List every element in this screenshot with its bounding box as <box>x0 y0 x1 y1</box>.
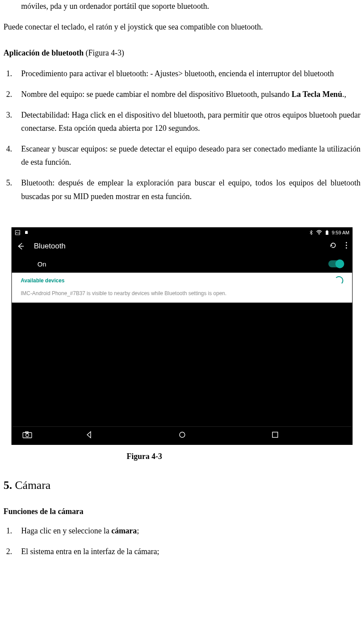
back-button[interactable] <box>16 242 25 250</box>
bluetooth-steps-list: Procedimiento para activar el bluetooth:… <box>4 67 360 203</box>
image-icon <box>15 229 21 236</box>
bluetooth-toggle[interactable] <box>328 260 343 267</box>
list-item: Detectabilidad: Haga click en el disposi… <box>14 108 360 135</box>
nav-recent-icon <box>272 431 279 438</box>
intro-line-1: móviles, pda y un ordenador portátil que… <box>4 0 360 13</box>
overflow-menu-button[interactable] <box>345 241 348 252</box>
nav-recent-button[interactable] <box>272 431 279 440</box>
more-vert-icon <box>345 241 348 249</box>
appbar-title: Bluetooth <box>34 242 329 251</box>
arrow-left-icon <box>17 242 25 250</box>
list-item: Haga clic en y seleccione la cámara; <box>14 524 360 538</box>
bluetooth-app-heading-bold: Aplicación de bluetooth <box>4 48 84 57</box>
svg-rect-11 <box>23 433 32 438</box>
figure-caption: Figura 4-3 <box>109 452 180 461</box>
list-item: El sistema entra en la interfaz de la cá… <box>14 545 360 559</box>
battery-icon <box>324 229 330 236</box>
list-item-text: Nombre del equipo: se puede cambiar el n… <box>21 90 291 99</box>
svg-point-5 <box>319 234 320 235</box>
list-item-text: ., <box>342 90 346 99</box>
list-item: Nombre del equipo: se puede cambiar el n… <box>14 88 360 101</box>
nav-back-icon <box>85 431 93 439</box>
bluetooth-on-row: On <box>12 255 352 273</box>
svg-rect-7 <box>327 230 327 231</box>
camera-icon <box>22 431 32 438</box>
available-devices-label: Available devices <box>21 278 65 284</box>
section-number: 5. <box>4 479 12 492</box>
list-item-text: Bluetooth: después de emplear la explora… <box>21 178 360 201</box>
svg-point-14 <box>180 432 185 437</box>
section-5-heading: 5. Cámara <box>4 479 360 492</box>
status-bar: 9:59 AM <box>12 228 352 237</box>
svg-rect-6 <box>326 231 328 235</box>
wifi-icon <box>316 229 322 236</box>
list-item-text: Haga clic en y seleccione la <box>21 526 111 535</box>
list-item-text: Detectabilidad: Haga click en el disposi… <box>21 111 360 133</box>
camera-functions-heading: Funciones de la cámara <box>4 505 360 518</box>
app-bar: Bluetooth <box>12 237 352 255</box>
svg-point-13 <box>26 433 29 437</box>
list-item-text: Procedimiento para activar el bluetooth:… <box>21 69 334 78</box>
list-item-text: Escanear y buscar equipos: se puede dete… <box>21 144 360 167</box>
camera-shortcut-button[interactable] <box>22 431 32 440</box>
list-item-text: El sistema entra en la interfaz de la cá… <box>21 547 159 556</box>
list-item-bold: cámara <box>111 526 137 535</box>
section-title: Cámara <box>12 479 51 492</box>
bluetooth-icon <box>308 229 314 236</box>
list-item-text: ; <box>137 526 139 535</box>
nav-home-icon <box>178 431 186 439</box>
android-icon <box>23 229 29 236</box>
svg-rect-15 <box>272 432 278 437</box>
figure-wrapper: Application program <box>4 227 360 461</box>
list-item-bold: La Tecla Menú <box>291 90 342 99</box>
nav-bar <box>12 426 352 444</box>
bluetooth-app-heading: Aplicación de bluetooth (Figura 4-3) <box>4 47 360 59</box>
bluetooth-app-heading-rest: (Figura 4-3) <box>84 48 124 57</box>
available-devices-row: Available devices <box>12 273 352 289</box>
camera-steps-list: Haga clic en y seleccione la cámara; El … <box>4 524 360 558</box>
list-item: Escanear y buscar equipos: se puede dete… <box>14 142 360 169</box>
phone-screenshot: 9:59 AM Bluetooth <box>11 227 353 445</box>
svg-point-8 <box>346 242 347 243</box>
nav-back-button[interactable] <box>85 431 93 441</box>
loading-spinner-icon <box>335 276 343 285</box>
on-label: On <box>37 260 46 268</box>
list-item: Bluetooth: después de emplear la explora… <box>14 176 360 203</box>
refresh-icon <box>329 241 337 249</box>
svg-point-10 <box>346 247 347 248</box>
intro-line-2: Puede conectar el teclado, el ratón y el… <box>4 21 360 33</box>
nav-home-button[interactable] <box>178 431 186 441</box>
refresh-button[interactable] <box>329 241 337 252</box>
list-item: Procedimiento para activar el bluetooth:… <box>14 67 360 81</box>
status-time: 9:59 AM <box>332 230 349 235</box>
svg-point-9 <box>346 244 347 246</box>
visibility-info-text: IMC-Android Phone_#7B37 is visible to ne… <box>12 289 352 303</box>
